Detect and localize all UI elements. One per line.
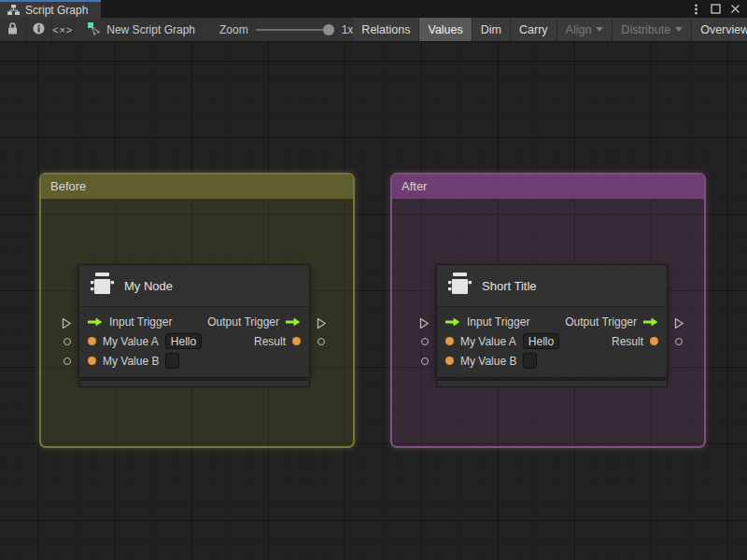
distribute-label: Distribute bbox=[621, 23, 670, 36]
zoom-slider-handle[interactable] bbox=[323, 24, 334, 35]
distribute-button: Distribute bbox=[613, 18, 691, 41]
code-icon: <×> bbox=[52, 24, 73, 35]
node-title: My Node bbox=[124, 279, 173, 293]
caret-down-icon bbox=[596, 27, 603, 32]
graph-canvas[interactable]: Before After My Node bbox=[0, 42, 747, 560]
dim-button[interactable]: Dim bbox=[472, 18, 510, 41]
unit-node-icon bbox=[448, 272, 472, 300]
external-value-a-port[interactable] bbox=[421, 338, 429, 345]
relations-button[interactable]: Relations bbox=[353, 18, 418, 41]
external-value-b-port[interactable] bbox=[63, 357, 71, 365]
carry-button[interactable]: Carry bbox=[511, 18, 557, 41]
output-trigger-port-icon[interactable] bbox=[286, 317, 301, 327]
port-row-value-b: My Value B bbox=[79, 351, 309, 371]
value-a-input[interactable]: Hello bbox=[523, 333, 559, 349]
value-a-port-icon[interactable] bbox=[88, 337, 96, 345]
external-value-b-port[interactable] bbox=[421, 357, 429, 365]
port-row-trigger: Input Trigger Output Trigger bbox=[437, 312, 667, 331]
external-result-port[interactable] bbox=[675, 338, 683, 345]
unit-node-icon bbox=[91, 272, 114, 300]
node-short-title[interactable]: Short Title Input Trigger Output Trigger bbox=[436, 264, 668, 387]
result-label: Result bbox=[612, 335, 643, 348]
kebab-menu-icon[interactable] bbox=[689, 3, 702, 16]
external-input-trigger-port[interactable] bbox=[62, 316, 72, 333]
carry-label: Carry bbox=[519, 23, 548, 36]
input-trigger-label: Input Trigger bbox=[467, 315, 529, 329]
external-output-trigger-port[interactable] bbox=[674, 316, 684, 333]
external-output-trigger-port[interactable] bbox=[317, 316, 327, 333]
node-ports: Input Trigger Output Trigger My Value A … bbox=[437, 307, 667, 377]
value-b-input[interactable] bbox=[523, 353, 537, 369]
maximize-icon[interactable] bbox=[709, 3, 722, 16]
lock-icon bbox=[7, 22, 18, 37]
zoom-slider[interactable] bbox=[256, 24, 332, 35]
port-row-value-a: My Value A Hello Result bbox=[79, 331, 309, 351]
caret-down-icon bbox=[675, 27, 683, 32]
node-footer bbox=[78, 380, 310, 387]
node-footer bbox=[436, 380, 668, 387]
values-button[interactable]: Values bbox=[419, 18, 471, 41]
hierarchy-icon bbox=[7, 5, 20, 15]
zoom-value: 1x bbox=[340, 23, 354, 36]
overview-button[interactable]: Overview bbox=[692, 18, 747, 41]
group-after-label: After bbox=[402, 179, 427, 193]
external-value-a-port[interactable] bbox=[63, 338, 71, 345]
port-row-trigger: Input Trigger Output Trigger bbox=[79, 312, 309, 331]
graph-name-button[interactable]: New Script Graph bbox=[74, 21, 204, 38]
graph-name-label: New Script Graph bbox=[106, 23, 195, 36]
align-label: Align bbox=[566, 23, 592, 36]
tab-strip: Script Graph bbox=[0, 0, 747, 18]
external-result-port[interactable] bbox=[317, 338, 325, 345]
external-input-trigger-port[interactable] bbox=[419, 316, 430, 333]
input-trigger-label: Input Trigger bbox=[109, 315, 172, 329]
zoom-label: Zoom bbox=[219, 23, 248, 36]
result-port-icon[interactable] bbox=[650, 337, 658, 345]
value-b-label: My Value B bbox=[460, 355, 516, 368]
zoom-slider-track bbox=[256, 29, 332, 31]
tab-title: Script Graph bbox=[25, 4, 88, 17]
value-b-port-icon[interactable] bbox=[445, 357, 454, 365]
node-ports: Input Trigger Output Trigger My Value A … bbox=[79, 307, 309, 377]
lock-button[interactable] bbox=[0, 18, 25, 41]
input-trigger-port-icon[interactable] bbox=[445, 317, 460, 327]
values-label: Values bbox=[428, 23, 462, 36]
info-icon bbox=[33, 22, 45, 37]
script-graph-icon bbox=[87, 21, 101, 38]
close-icon[interactable] bbox=[728, 3, 741, 16]
group-before-header[interactable]: Before bbox=[41, 175, 353, 199]
node-title: Short Title bbox=[482, 279, 537, 293]
port-row-value-b: My Value B bbox=[437, 351, 667, 371]
result-label: Result bbox=[254, 335, 286, 348]
group-after-header[interactable]: After bbox=[392, 175, 704, 199]
tab-script-graph[interactable]: Script Graph bbox=[0, 0, 101, 18]
value-a-input[interactable]: Hello bbox=[165, 333, 202, 349]
value-b-label: My Value B bbox=[103, 355, 159, 368]
window-controls bbox=[689, 0, 747, 18]
info-button[interactable] bbox=[26, 18, 51, 41]
toolbar-button-group: Relations Values Dim Carry Align Distrib… bbox=[353, 18, 747, 41]
value-a-port-icon[interactable] bbox=[445, 337, 454, 345]
graph-toolbar: <×> New Script Graph Zoom 1x Relations V… bbox=[0, 18, 747, 42]
result-port-icon[interactable] bbox=[292, 337, 301, 345]
zoom-control: Zoom 1x bbox=[204, 23, 353, 36]
node-body-container[interactable]: Short Title Input Trigger Output Trigger bbox=[436, 264, 668, 378]
group-before-label: Before bbox=[50, 179, 86, 193]
align-button: Align bbox=[557, 18, 613, 41]
overview-label: Overview bbox=[700, 23, 747, 36]
output-trigger-label: Output Trigger bbox=[565, 315, 637, 329]
node-my-node[interactable]: My Node Input Trigger Output Trigger bbox=[78, 264, 310, 387]
port-row-value-a: My Value A Hello Result bbox=[437, 331, 667, 351]
output-trigger-label: Output Trigger bbox=[207, 315, 279, 329]
node-body-container[interactable]: My Node Input Trigger Output Trigger bbox=[78, 264, 310, 378]
node-header[interactable]: My Node bbox=[79, 265, 309, 307]
value-a-label: My Value A bbox=[460, 335, 516, 348]
dim-label: Dim bbox=[481, 23, 501, 36]
value-b-port-icon[interactable] bbox=[88, 357, 96, 365]
value-a-label: My Value A bbox=[103, 335, 159, 348]
relations-label: Relations bbox=[361, 23, 410, 36]
output-trigger-port-icon[interactable] bbox=[643, 317, 658, 327]
code-view-button[interactable]: <×> bbox=[52, 18, 73, 41]
value-b-input[interactable] bbox=[165, 353, 179, 369]
node-header[interactable]: Short Title bbox=[437, 265, 667, 307]
input-trigger-port-icon[interactable] bbox=[88, 317, 103, 327]
